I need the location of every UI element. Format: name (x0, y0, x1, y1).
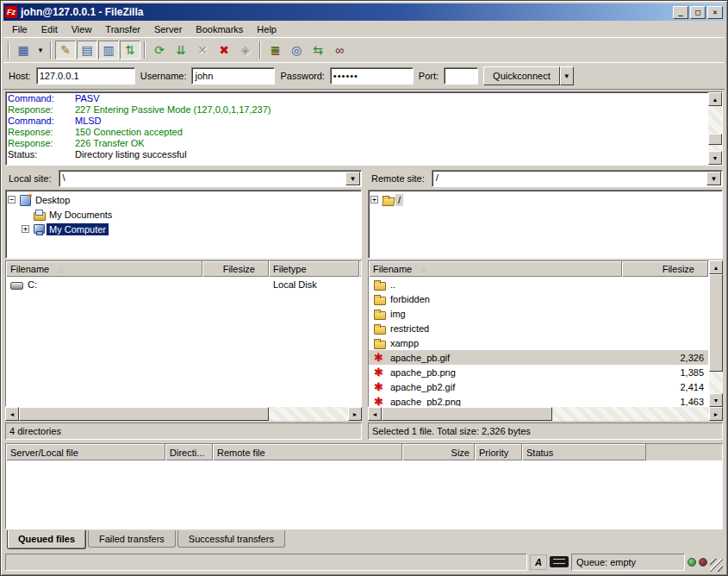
process-queue-button[interactable]: ⇊ (171, 41, 191, 59)
file-row[interactable]: apache_pb2.png1,463 (369, 394, 708, 406)
menu-item[interactable]: Transfer (98, 22, 147, 36)
find-button[interactable]: ∞ (329, 41, 350, 59)
refresh-button[interactable]: ⟳ (149, 41, 170, 59)
scroll-thumb[interactable] (382, 407, 552, 421)
toggle-message-log-button[interactable]: ✎ (55, 41, 76, 59)
username-input[interactable] (191, 67, 275, 85)
file-row[interactable]: xampp (369, 335, 708, 350)
quickconnect-dropdown[interactable]: ▼ (560, 66, 574, 85)
file-row[interactable]: C:Local Disk (6, 277, 361, 291)
queue-column-header[interactable]: Remote file (213, 444, 402, 460)
message-log-scrollbar[interactable]: ▲ ▼ (708, 92, 722, 165)
local-horizontal-scrollbar[interactable]: ◄ ► (5, 407, 362, 421)
tree-item[interactable]: My Documents (8, 207, 359, 222)
scroll-up-button[interactable]: ▲ (708, 92, 722, 106)
image-file-icon (373, 366, 387, 379)
queue-column-header[interactable]: Priority (475, 444, 522, 460)
menu-item[interactable]: Edit (34, 22, 65, 36)
file-row[interactable]: apache_pb2.gif2,414 (369, 379, 708, 394)
tree-item[interactable]: / (370, 192, 720, 207)
scroll-thumb[interactable] (708, 134, 722, 144)
folder-icon (373, 337, 387, 349)
minimize-button[interactable]: _ (673, 6, 688, 19)
speed-limits-icon[interactable] (550, 556, 569, 567)
column-header[interactable]: Filesize (202, 261, 269, 277)
remote-site-label: Remote site: (368, 171, 428, 186)
site-manager-dropdown[interactable]: ▾ (34, 41, 47, 59)
app-icon[interactable]: Fz (5, 6, 17, 18)
scroll-down-button[interactable]: ▼ (709, 393, 723, 407)
remote-vertical-scrollbar[interactable]: ▲ ▼ (709, 260, 723, 407)
chevron-down-icon[interactable]: ▼ (345, 172, 360, 185)
queue-tab[interactable]: Failed transfers (88, 530, 176, 548)
queue-tab[interactable]: Queued files (7, 530, 86, 549)
column-header[interactable]: Filename△ (369, 261, 622, 277)
window-title: john@127.0.0.1 - FileZilla (21, 6, 669, 18)
compare-button[interactable]: ◎ (286, 41, 307, 59)
menu-item[interactable]: Bookmarks (189, 22, 250, 36)
queue-body (6, 460, 722, 529)
scroll-right-button[interactable]: ► (348, 407, 362, 421)
site-manager-button[interactable]: ▦ (13, 41, 34, 59)
close-button[interactable]: ✕ (707, 6, 723, 19)
tree-expander[interactable] (8, 196, 16, 203)
tree-item[interactable]: Desktop (8, 192, 359, 207)
scroll-left-button[interactable]: ◄ (5, 407, 19, 421)
cancel-operation-button[interactable]: ✕ (192, 41, 213, 59)
abort-button[interactable]: ◈ (235, 41, 256, 59)
remote-directory-tree: / (368, 190, 723, 259)
remote-site-path: / (432, 171, 706, 186)
queue-column-header[interactable]: Status (522, 444, 646, 460)
local-site-combobox[interactable]: \ ▼ (59, 170, 362, 187)
transfer-type-icon[interactable]: A (530, 554, 547, 570)
file-row[interactable]: apache_pb.png1,385 (369, 365, 708, 379)
scroll-down-button[interactable]: ▼ (708, 151, 722, 165)
menu-item[interactable]: View (65, 22, 99, 36)
column-header[interactable]: Filename△ (6, 261, 202, 277)
scroll-thumb[interactable] (709, 274, 723, 372)
host-input[interactable] (36, 67, 135, 85)
image-file-icon (373, 396, 387, 407)
scroll-left-button[interactable]: ◄ (368, 407, 382, 421)
remote-horizontal-scrollbar[interactable]: ◄ ► (368, 407, 723, 421)
menu-item[interactable]: Help (250, 22, 283, 36)
menu-item[interactable]: File (5, 22, 34, 36)
folder-icon (373, 293, 387, 305)
resize-grip[interactable] (710, 559, 723, 572)
quickconnect-button[interactable]: Quickconnect (483, 66, 560, 85)
sort-ascending-icon: △ (58, 266, 63, 273)
file-row[interactable]: img (369, 306, 708, 321)
file-row[interactable]: restricted (369, 321, 708, 335)
tree-expander[interactable] (22, 225, 29, 233)
queue-column-header[interactable]: Size (402, 444, 475, 460)
maximize-button[interactable]: □ (690, 6, 706, 19)
toggle-remote-tree-button[interactable]: ▥ (98, 41, 119, 59)
queue-tab[interactable]: Successful transfers (177, 530, 285, 548)
column-header[interactable]: Filetype (269, 261, 359, 277)
disconnect-button[interactable]: ✖ (214, 41, 234, 59)
menu-item[interactable]: Server (147, 22, 189, 36)
queue-column-header[interactable]: Server/Local file (6, 444, 165, 460)
toggle-transfer-queue-button[interactable]: ⇅ (120, 41, 140, 59)
file-row[interactable]: forbidden (369, 291, 708, 306)
tree-item[interactable]: My Computer (8, 222, 359, 236)
column-header[interactable]: Filesize (622, 261, 708, 277)
file-row[interactable]: apache_pb.gif2,326 (369, 350, 708, 365)
sync-browsing-button[interactable]: ⇆ (308, 41, 328, 59)
column-header[interactable]: L (359, 261, 361, 277)
scroll-up-button[interactable]: ▲ (709, 260, 723, 274)
chevron-down-icon[interactable]: ▼ (706, 172, 721, 185)
tree-expander[interactable] (370, 196, 378, 203)
remote-status-text: Selected 1 file. Total size: 2,326 bytes (368, 423, 723, 440)
queue-column-header[interactable]: Directi... (165, 444, 213, 460)
remote-site-combobox[interactable]: / ▼ (432, 170, 723, 187)
scroll-thumb[interactable] (19, 407, 269, 421)
filter-button[interactable]: ≣ (264, 41, 285, 59)
image-file-icon (373, 381, 387, 393)
file-row[interactable]: .. (369, 277, 708, 291)
password-input[interactable] (330, 67, 414, 85)
port-input[interactable] (444, 67, 478, 85)
toolbar-separator (8, 41, 9, 59)
toggle-local-tree-button[interactable]: ▤ (77, 41, 97, 59)
scroll-right-button[interactable]: ► (709, 407, 723, 421)
